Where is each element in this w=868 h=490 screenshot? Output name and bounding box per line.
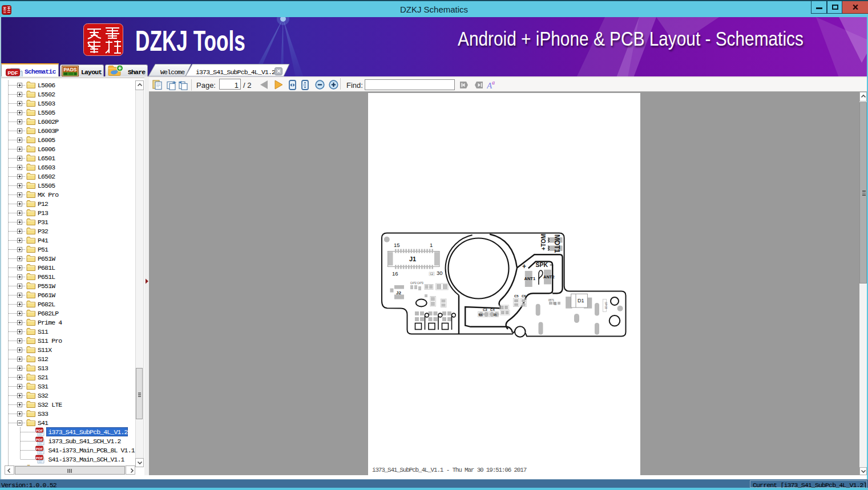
svg-text:PDF: PDF [36, 438, 43, 442]
svg-text:15: 15 [494, 313, 497, 317]
svg-text:PDF: PDF [36, 456, 43, 460]
svg-text:B4: B4 [479, 313, 483, 317]
svg-text:J1: J1 [409, 256, 416, 262]
svg-text:i373_S41_SubPcb_4L_V1.1 - Thu: i373_S41_SubPcb_4L_V1.1 - Thu Mar 30 19:… [372, 467, 527, 473]
svg-text:ANT2: ANT2 [543, 274, 555, 280]
svg-text:+TOM: +TOM [540, 233, 547, 250]
svg-text:SP08: SP08 [604, 302, 608, 309]
svg-text:MOT1: MOT1 [553, 234, 561, 253]
svg-text:PDF: PDF [36, 428, 43, 432]
svg-text:C2: C2 [430, 273, 434, 276]
svg-text:15: 15 [394, 242, 400, 248]
svg-text:PADS: PADS [64, 67, 77, 72]
svg-text:C4?2: C4?2 [410, 282, 417, 285]
svg-text:PDF: PDF [36, 447, 43, 451]
svg-text:C6: C6 [522, 294, 526, 298]
svg-text:PDF: PDF [8, 70, 19, 75]
svg-text:J2: J2 [396, 290, 401, 295]
svg-text:SPK −: SPK − [536, 261, 554, 268]
svg-text:a: a [492, 79, 495, 86]
svg-text:C4: C4 [490, 308, 495, 311]
svg-text:ANT1: ANT1 [524, 276, 536, 281]
svg-text:05?1: 05?1 [548, 299, 555, 302]
svg-text:C5: C5 [514, 294, 519, 298]
svg-text:30: 30 [437, 270, 443, 276]
svg-text:C3: C3 [483, 308, 487, 311]
svg-text:03: 03 [554, 302, 556, 306]
svg-text:16: 16 [392, 270, 398, 277]
svg-text:D1: D1 [578, 298, 584, 303]
svg-text:+: + [522, 262, 526, 270]
svg-text:1: 1 [430, 242, 433, 248]
svg-text:C4?3: C4?3 [417, 282, 423, 285]
